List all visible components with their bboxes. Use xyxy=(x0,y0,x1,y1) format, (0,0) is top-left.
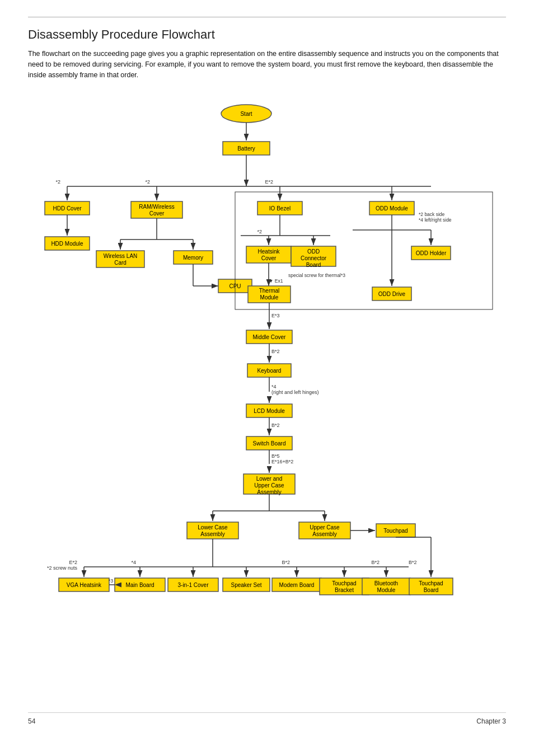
svg-text:E*16+B*2: E*16+B*2 xyxy=(271,459,293,464)
svg-text:B*2: B*2 xyxy=(282,560,290,565)
svg-text:B*2: B*2 xyxy=(271,422,280,428)
svg-text:Touchpad: Touchpad xyxy=(383,528,407,534)
svg-text:Thermal: Thermal xyxy=(259,288,280,294)
svg-text:Upper Case: Upper Case xyxy=(254,482,284,489)
svg-text:E*3: E*3 xyxy=(271,313,280,318)
svg-text:*3: *3 xyxy=(109,578,114,584)
svg-text:B*2: B*2 xyxy=(271,349,280,354)
svg-text:ODD Holder: ODD Holder xyxy=(416,250,447,256)
svg-text:Assembly: Assembly xyxy=(200,531,224,537)
svg-text:*4: *4 xyxy=(271,384,277,389)
svg-text:(right and left hinges): (right and left hinges) xyxy=(271,389,319,395)
svg-text:*2 screw nuts: *2 screw nuts xyxy=(47,565,78,571)
svg-text:RAM/Wireless: RAM/Wireless xyxy=(139,204,174,210)
svg-text:Board: Board xyxy=(424,587,439,593)
svg-text:B*2: B*2 xyxy=(409,560,417,565)
svg-text:Touchpad: Touchpad xyxy=(332,580,356,586)
svg-text:Module: Module xyxy=(377,587,396,593)
svg-text:Board: Board xyxy=(306,262,321,268)
svg-text:*4: *4 xyxy=(131,560,136,565)
svg-text:Switch Board: Switch Board xyxy=(253,440,286,447)
svg-text:Start: Start xyxy=(240,111,252,117)
svg-text:VGA Heatsink: VGA Heatsink xyxy=(67,582,102,588)
svg-text:ODD Module: ODD Module xyxy=(376,205,408,212)
svg-text:Memory: Memory xyxy=(183,255,203,261)
svg-text:Bracket: Bracket xyxy=(335,587,354,593)
footer-chapter: Chapter 3 xyxy=(476,717,506,725)
intro-paragraph: The flowchart on the succeeding page giv… xyxy=(28,49,506,80)
svg-text:Cover: Cover xyxy=(149,210,165,217)
svg-text:B*5: B*5 xyxy=(271,453,280,459)
svg-text:Heatsink: Heatsink xyxy=(258,248,280,255)
svg-text:LCD Module: LCD Module xyxy=(254,408,285,414)
svg-text:*2: *2 xyxy=(145,179,150,185)
svg-text:Cover: Cover xyxy=(261,255,277,261)
footer-page-number: 54 xyxy=(28,717,35,725)
svg-text:IO Bezel: IO Bezel xyxy=(269,205,291,212)
svg-text:Touchpad: Touchpad xyxy=(419,580,443,586)
svg-text:HDD Cover: HDD Cover xyxy=(53,205,82,212)
svg-text:*2: *2 xyxy=(257,229,262,234)
svg-text:Modem Board: Modem Board xyxy=(279,582,315,588)
svg-text:E*2: E*2 xyxy=(69,560,77,565)
svg-text:Upper Case: Upper Case xyxy=(310,524,340,530)
svg-text:Card: Card xyxy=(114,260,127,266)
svg-text:ODD Drive: ODD Drive xyxy=(378,291,406,297)
page-title: Disassembly Procedure Flowchart xyxy=(28,27,506,42)
svg-text:Lower and: Lower and xyxy=(256,476,283,482)
svg-text:Battery: Battery xyxy=(237,145,255,152)
svg-text:*2 back side: *2 back side xyxy=(419,212,445,217)
svg-text:E*2: E*2 xyxy=(265,179,273,185)
svg-text:▼ Ex1: ▼ Ex1 xyxy=(269,278,283,284)
svg-text:HDD Module: HDD Module xyxy=(51,241,83,247)
svg-text:*4 left/right side: *4 left/right side xyxy=(419,217,452,223)
svg-text:Bluetooth: Bluetooth xyxy=(374,580,398,586)
svg-text:B*2: B*2 xyxy=(371,560,380,565)
svg-text:Keyboard: Keyboard xyxy=(257,368,282,374)
svg-text:Speaker Set: Speaker Set xyxy=(231,582,261,588)
svg-text:ODD: ODD xyxy=(307,248,320,255)
svg-text:*2: *2 xyxy=(55,179,60,185)
svg-text:Middle Cover: Middle Cover xyxy=(253,334,287,340)
svg-text:Lower Case: Lower Case xyxy=(198,524,228,530)
flowchart-svg: Start Battery *2 *2 E*2 HDD Cover RAM/Wi… xyxy=(28,97,509,701)
svg-text:Connector: Connector xyxy=(301,255,327,261)
svg-text:3-in-1 Cover: 3-in-1 Cover xyxy=(177,582,209,588)
svg-text:Module: Module xyxy=(260,294,279,300)
svg-text:Assembly: Assembly xyxy=(312,531,336,537)
svg-text:Main Board: Main Board xyxy=(125,582,154,588)
svg-text:Wireless LAN: Wireless LAN xyxy=(104,253,138,259)
svg-text:special screw for thermal*3: special screw for thermal*3 xyxy=(288,273,345,278)
